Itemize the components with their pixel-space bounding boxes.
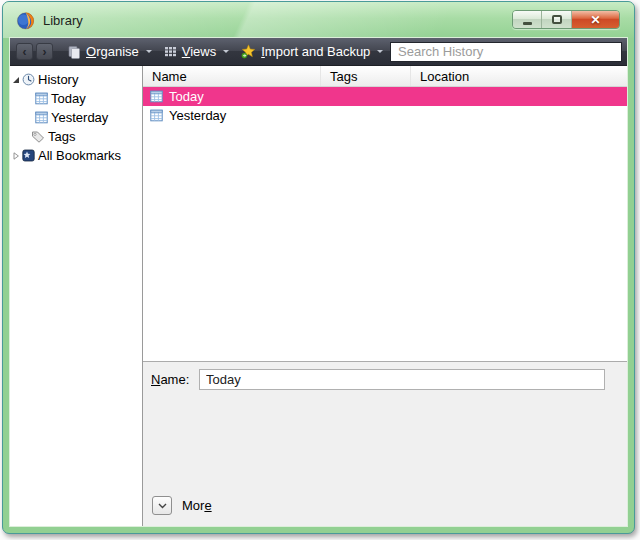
organise-pages-icon xyxy=(67,45,81,59)
library-window-screen: Library ✕ ‹ xyxy=(0,0,640,540)
minimize-icon xyxy=(523,22,532,25)
sidebar-tree: History Today xyxy=(10,66,143,526)
views-menu-button[interactable]: Views xyxy=(158,41,235,63)
back-icon: ‹ xyxy=(23,46,27,58)
window-title: Library xyxy=(43,13,83,28)
name-field-label: Name: xyxy=(151,372,199,387)
main-pane: Name Tags Location xyxy=(143,66,627,526)
name-field-row: Name: xyxy=(151,369,619,390)
row-name-cell: Yesterday xyxy=(169,108,226,123)
chevron-down-icon xyxy=(377,50,383,53)
import-backup-star-icon xyxy=(241,44,256,59)
toolbar: ‹ › Organise xyxy=(10,38,627,66)
calendar-icon xyxy=(150,109,163,122)
expander-open-icon[interactable] xyxy=(12,76,20,84)
organise-menu-button[interactable]: Organise xyxy=(61,41,158,63)
sidebar-item-today[interactable]: Today xyxy=(10,89,142,108)
search-input[interactable] xyxy=(390,42,622,62)
content-area: History Today xyxy=(10,66,627,526)
forward-button[interactable]: › xyxy=(36,43,53,60)
chevron-down-icon xyxy=(158,503,167,509)
more-row: More xyxy=(152,496,212,515)
sidebar-item-history[interactable]: History xyxy=(10,70,142,89)
more-expand-button[interactable] xyxy=(152,496,172,515)
minimize-button[interactable] xyxy=(513,11,542,28)
list-row-today[interactable]: Today xyxy=(143,87,627,106)
sidebar-item-label: Yesterday xyxy=(51,110,108,125)
column-header-location[interactable]: Location xyxy=(411,66,627,86)
column-header-tags[interactable]: Tags xyxy=(321,66,411,86)
calendar-icon xyxy=(35,111,48,124)
clock-icon xyxy=(22,73,35,86)
row-name-cell: Today xyxy=(169,89,204,104)
organise-label: Organise xyxy=(86,44,139,59)
column-header-name[interactable]: Name xyxy=(143,66,321,86)
close-icon: ✕ xyxy=(590,14,600,26)
more-label: More xyxy=(182,498,212,513)
calendar-icon xyxy=(150,90,163,103)
list-row-yesterday[interactable]: Yesterday xyxy=(143,106,627,125)
views-grid-icon xyxy=(164,45,177,58)
sidebar-item-label: Today xyxy=(51,91,86,106)
chevron-down-icon xyxy=(223,50,229,53)
sidebar-item-tags[interactable]: Tags xyxy=(10,127,142,146)
back-button[interactable]: ‹ xyxy=(16,43,33,60)
sidebar-item-yesterday[interactable]: Yesterday xyxy=(10,108,142,127)
item-details-panel: Name: More xyxy=(143,361,627,526)
name-input[interactable] xyxy=(199,369,605,390)
sidebar-item-label: History xyxy=(38,72,78,87)
forward-icon: › xyxy=(43,46,47,58)
sidebar-item-all-bookmarks[interactable]: All Bookmarks xyxy=(10,146,142,165)
views-label: Views xyxy=(182,44,216,59)
maximize-icon xyxy=(552,15,562,24)
bookmark-folder-icon xyxy=(22,149,35,162)
tag-icon xyxy=(31,130,45,143)
sidebar-item-label: All Bookmarks xyxy=(38,148,121,163)
sidebar-item-label: Tags xyxy=(48,129,75,144)
calendar-icon xyxy=(35,92,48,105)
library-window: Library ✕ ‹ xyxy=(2,1,635,534)
maximize-button[interactable] xyxy=(542,11,572,28)
list-body: Today Yesterday xyxy=(143,87,627,361)
window-controls: ✕ xyxy=(512,10,620,29)
history-nav-buttons: ‹ › xyxy=(16,43,53,60)
firefox-icon xyxy=(16,11,35,30)
title-bar[interactable]: Library ✕ xyxy=(3,2,634,38)
window-body: ‹ › Organise xyxy=(10,38,627,526)
import-and-backup-menu-button[interactable]: Import and Backup xyxy=(235,41,389,63)
list-column-headers: Name Tags Location xyxy=(143,66,627,87)
chevron-down-icon xyxy=(146,50,152,53)
import-backup-label: Import and Backup xyxy=(261,44,370,59)
expander-closed-icon[interactable] xyxy=(12,152,20,160)
close-button[interactable]: ✕ xyxy=(572,11,619,28)
